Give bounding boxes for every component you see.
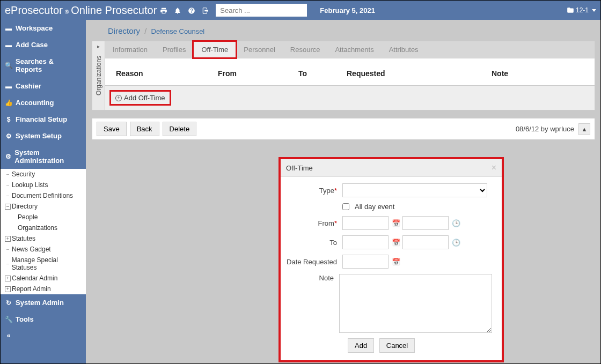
sidebar-item-system-setup[interactable]: ⚙System Setup <box>1 128 86 144</box>
dialog-buttons: Add Cancel <box>286 338 492 353</box>
add-off-time-label: Add Off-Time <box>124 94 165 102</box>
sidebar: ▬Workspace ▬Add Case 🔍Searches & Reports… <box>1 20 86 363</box>
tree-rptadmin[interactable]: +Report Admin <box>1 284 86 294</box>
tab-information[interactable]: Information <box>105 41 155 58</box>
collapse-icon[interactable]: – <box>5 204 11 210</box>
bell-icon[interactable] <box>171 6 185 14</box>
side-tab-label: Organizations <box>95 51 102 100</box>
sidebar-item-sysadmin2[interactable]: ↻System Admin <box>1 294 86 311</box>
sidebar-collapse[interactable]: « <box>1 328 86 344</box>
tab-attributes[interactable]: Attributes <box>382 41 426 58</box>
close-icon[interactable]: × <box>492 163 496 173</box>
from-date-input[interactable] <box>342 216 389 230</box>
brand-text-a: eProsecutor <box>5 4 63 17</box>
col-from: From <box>218 69 298 78</box>
expand-icon[interactable]: + <box>5 286 11 292</box>
breadcrumb-leaf: Defense Counsel <box>151 27 205 35</box>
help-icon[interactable] <box>185 6 199 14</box>
main-area: Directory / Defense Counsel ▸ Organizati… <box>86 20 600 363</box>
gear-icon: ⚙ <box>5 153 11 160</box>
tree-security[interactable]: –Security <box>1 169 86 180</box>
tree-directory[interactable]: –Directory <box>1 201 86 212</box>
to-date-input[interactable] <box>342 235 389 249</box>
folder-dropdown[interactable]: 12-1 <box>567 6 596 14</box>
calendar-icon[interactable]: 📅 <box>392 239 399 247</box>
delete-button[interactable]: Delete <box>163 122 197 136</box>
logout-icon[interactable] <box>199 6 212 14</box>
dialog-add-button[interactable]: Add <box>348 338 374 353</box>
print-icon[interactable] <box>157 6 171 14</box>
type-select[interactable] <box>342 183 487 197</box>
refresh-icon: ↻ <box>5 299 12 307</box>
tree-orgs[interactable]: Organizations <box>1 222 86 233</box>
add-off-time-button[interactable]: + Add Off-Time <box>109 90 171 106</box>
side-tab-organizations[interactable]: ▸ Organizations <box>92 41 105 110</box>
tab-resource[interactable]: Resource <box>283 41 328 58</box>
folder-icon <box>567 6 574 14</box>
tab-attachments[interactable]: Attachments <box>327 41 381 58</box>
breadcrumb: Directory / Defense Counsel <box>108 26 593 35</box>
tree-caladmin[interactable]: +Calendar Admin <box>1 273 86 284</box>
sidebar-item-label: Searches & Reports <box>16 57 82 73</box>
tree-docdef[interactable]: –Document Definitions <box>1 190 86 201</box>
tree-news[interactable]: –News Gadget <box>1 244 86 255</box>
dialog-cancel-button[interactable]: Cancel <box>379 338 415 353</box>
dialog-title: Off-Time <box>286 164 313 172</box>
sidebar-item-searches[interactable]: 🔍Searches & Reports <box>1 53 86 78</box>
date-requested-input[interactable] <box>342 255 389 269</box>
calendar-icon[interactable]: 📅 <box>392 219 399 227</box>
sidebar-item-tools[interactable]: 🔧Tools <box>1 311 86 328</box>
sidebar-item-financial[interactable]: $Financial Setup <box>1 111 86 128</box>
sidebar-item-accounting[interactable]: 👍Accounting <box>1 94 86 111</box>
tab-personnel[interactable]: Personnel <box>236 41 283 58</box>
sidebar-item-label: System Setup <box>16 132 62 140</box>
col-reason: Reason <box>116 69 218 78</box>
calendar-icon[interactable]: 📅 <box>392 258 399 266</box>
off-time-panel: Reason From To Requested Note + Add Off-… <box>105 58 595 110</box>
tree-mss[interactable]: –Manage Special Statuses <box>1 255 86 273</box>
sidebar-item-label: Cashier <box>16 82 41 90</box>
sidebar-item-label: Add Case <box>16 41 48 49</box>
folder-label: 12-1 <box>576 6 589 14</box>
from-time-input[interactable] <box>402 216 449 230</box>
clock-icon[interactable]: 🕒 <box>452 239 459 247</box>
tree-statutes[interactable]: +Statutes <box>1 233 86 244</box>
folder-icon: ▬ <box>5 41 12 49</box>
save-button[interactable]: Save <box>97 122 127 136</box>
label-to: To <box>286 239 342 247</box>
expand-icon[interactable]: + <box>5 236 11 242</box>
note-textarea[interactable] <box>339 274 492 333</box>
brand-reg: ® <box>65 9 69 15</box>
tree-people[interactable]: People <box>1 212 86 222</box>
breadcrumb-sep: / <box>144 26 146 35</box>
tab-off-time[interactable]: Off-Time <box>193 41 236 58</box>
table-header-row: Reason From To Requested Note <box>116 66 584 85</box>
clock-icon[interactable]: 🕒 <box>452 219 459 227</box>
tab-bar: Information Profiles Off-Time Personnel … <box>105 41 595 58</box>
breadcrumb-root[interactable]: Directory <box>108 26 140 35</box>
scroll-top-button[interactable]: ▲ <box>578 123 590 135</box>
label-type: Type* <box>286 187 342 195</box>
wrench-icon: 🔧 <box>5 316 12 323</box>
chevrons-left-icon: « <box>5 332 12 339</box>
sidebar-item-workspace[interactable]: ▬Workspace <box>1 20 86 36</box>
all-day-checkbox[interactable] <box>342 203 349 210</box>
sidebar-subtree: –Security –Lookup Lists –Document Defini… <box>1 169 86 294</box>
back-button[interactable]: Back <box>130 122 159 136</box>
sidebar-item-add-case[interactable]: ▬Add Case <box>1 36 86 53</box>
sidebar-item-sys-admin[interactable]: ⚙System Administration <box>1 144 86 169</box>
all-day-label: All day event <box>355 203 394 211</box>
folder-icon: ▬ <box>5 83 12 90</box>
sidebar-item-label: Tools <box>16 315 34 323</box>
expand-icon[interactable]: + <box>5 276 11 281</box>
brand: eProsecutor® Online Prosecutor <box>5 4 157 17</box>
sidebar-item-cashier[interactable]: ▬Cashier <box>1 78 86 94</box>
col-requested: Requested <box>347 69 492 78</box>
to-time-input[interactable] <box>402 235 449 249</box>
tree-lookup[interactable]: –Lookup Lists <box>1 180 86 190</box>
search-input[interactable] <box>216 4 307 17</box>
tab-profiles[interactable]: Profiles <box>155 41 193 58</box>
thumbs-icon: 👍 <box>5 99 12 107</box>
col-to: To <box>298 69 347 78</box>
plus-circle-icon: + <box>115 95 122 101</box>
